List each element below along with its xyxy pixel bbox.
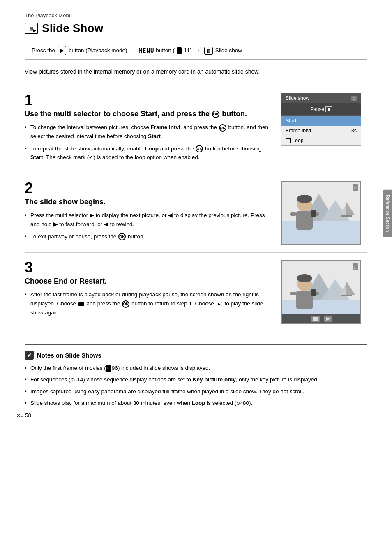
play-icon-inline — [217, 302, 222, 306]
svg-rect-28 — [313, 317, 318, 321]
step2-right: □ — [281, 181, 367, 245]
notes-section: ✔ Notes on Slide Shows Only the first fr… — [25, 344, 367, 408]
arrow2: → — [195, 46, 201, 55]
figure-illustration-step3 — [282, 261, 361, 324]
icon-symbol: ▤ — [29, 26, 33, 31]
step1-bullet2: To repeat the slide show automatically, … — [25, 144, 273, 162]
step3-left: 3 Choose End or Restart. After the last … — [25, 260, 273, 324]
notes-title: ✔ Notes on Slide Shows — [25, 351, 367, 360]
menu-text: MENU — [139, 46, 154, 55]
step1-title: Use the multi selector to choose Start, … — [25, 109, 273, 119]
page-ref-icon: □ — [177, 47, 182, 54]
step2-bullet2: To exit partway or pause, press the OK b… — [25, 232, 273, 241]
menu-item-loop: Loop — [281, 136, 361, 145]
screen3-mode-badge: □ — [353, 263, 358, 270]
note-3: Images captured using easy panorama are … — [25, 387, 367, 396]
svg-point-18 — [297, 274, 312, 282]
step2-title: The slide show begins. — [25, 197, 273, 207]
step3-bullet1: After the last frame is played back or d… — [25, 290, 273, 317]
menu-start-label: Start — [286, 118, 296, 124]
note-2: For sequences (⊙○14) whose sequence disp… — [25, 375, 367, 384]
instruction-box: Press the ▶ button (Playback mode) → MEN… — [25, 42, 367, 60]
panel-pause: Pause ⏸ — [281, 103, 361, 116]
description-text: View pictures stored in the internal mem… — [25, 67, 367, 76]
step3-number: 3 — [25, 260, 273, 275]
step3-title: Choose End or Restart. — [25, 277, 273, 286]
loop-ref: ⊙○ — [236, 401, 243, 406]
page-title: Slide Show — [42, 22, 103, 35]
step3-section: 3 Choose End or Restart. After the last … — [25, 252, 367, 331]
svg-rect-7 — [290, 212, 296, 216]
pause-text: Pause — [310, 106, 324, 112]
footer-icon: ⊙○ — [16, 413, 23, 418]
menu-item-start: Start — [281, 116, 361, 126]
camera-screen-step2: □ — [281, 181, 361, 245]
arrow1: → — [130, 46, 136, 55]
slide-show-label: Slide show — [215, 46, 242, 55]
step2-number: 2 — [25, 181, 273, 196]
svg-rect-1 — [282, 221, 361, 245]
step3-bullets: After the last frame is played back or d… — [25, 290, 273, 317]
note-1: Only the first frame of movies (□96) inc… — [25, 364, 367, 373]
loop-label: Loop — [286, 138, 304, 143]
svg-rect-9 — [311, 210, 316, 217]
step3-right: □ — [281, 260, 367, 324]
svg-rect-23 — [341, 295, 352, 296]
page-container: Reference Section The Playback Menu ▤ Sl… — [0, 0, 392, 427]
step1-bullet1: To change the interval between pictures,… — [25, 123, 273, 141]
seq-ref: ⊙○ — [71, 377, 77, 382]
step1-right: Slide show □ Pause ⏸ Start Frame intvl — [281, 93, 367, 165]
slideshow-icon-small: ▤ — [204, 47, 213, 55]
notes-list: Only the first frame of movies (□96) inc… — [25, 364, 367, 408]
screen-mode-badge: □ — [353, 184, 358, 191]
step2-bullet1: Press the multi selector ▶ to display th… — [25, 211, 273, 228]
notes-icon: ✔ — [25, 351, 34, 360]
menu-item-frameIntvl: Frame intvl 3s — [281, 126, 361, 136]
ok-circle-step1: OK — [212, 111, 219, 118]
loop-checkbox — [286, 138, 291, 143]
svg-rect-6 — [296, 211, 313, 230]
panel-title-text: Slide show — [286, 95, 309, 101]
step2-left: 2 The slide show begins. Press the multi… — [25, 181, 273, 245]
notes-title-text: Notes on Slide Shows — [37, 352, 101, 359]
slideshow-panel: Slide show □ Pause ⏸ Start Frame intvl — [281, 93, 361, 146]
svg-rect-20 — [290, 292, 296, 295]
frame-intvl-label: Frame intvl — [286, 128, 311, 134]
page-footer: ⊙○ 58 — [16, 412, 31, 418]
step2-bullets: Press the multi selector ▶ to display th… — [25, 211, 273, 241]
note-4: Slide shows play for a maximum of about … — [25, 399, 367, 408]
ok-circle-inline1: OK — [219, 124, 226, 132]
svg-rect-22 — [311, 289, 316, 296]
sidebar-tab: Reference Section — [383, 190, 392, 237]
figure-illustration-step2 — [282, 182, 361, 245]
panel-menu: Start Frame intvl 3s Loop — [281, 116, 361, 145]
step1-left: 1 Use the multi selector to choose Start… — [25, 93, 273, 165]
step1-bullets: To change the interval between pictures,… — [25, 123, 273, 162]
slide-show-icon: ▤ — [25, 23, 38, 34]
page-title-container: ▤ Slide Show — [25, 22, 367, 35]
checkmark-symbol: ✔ — [89, 153, 93, 162]
panel-title: Slide show □ — [281, 93, 361, 103]
camera-screen-step3: □ — [281, 260, 361, 324]
ok-circle-inline2: OK — [196, 145, 203, 152]
page-ref-num: 11) — [184, 46, 192, 55]
instruction-prefix: Press the — [32, 46, 55, 55]
ref-96: □ — [106, 365, 111, 372]
ok-circle-step2: OK — [118, 233, 126, 240]
svg-point-5 — [297, 195, 312, 203]
svg-rect-26 — [282, 314, 361, 324]
pause-button: Pause ⏸ — [310, 106, 332, 112]
step1-number: 1 — [25, 93, 273, 108]
screen3-mode-icon: □ — [354, 266, 356, 270]
footer-page-number: 58 — [25, 412, 31, 418]
top-label: The Playback Menu — [25, 12, 367, 18]
pause-icon: ⏸ — [325, 106, 332, 112]
instruction-button: button ( — [156, 46, 175, 55]
screen-mode-icon: □ — [354, 187, 356, 190]
svg-rect-10 — [341, 215, 352, 217]
step2-section: 2 The slide show begins. Press the multi… — [25, 173, 367, 252]
play-button-icon: ▶ — [58, 46, 66, 55]
step1-section: 1 Use the multi selector to choose Start… — [25, 85, 367, 173]
panel-mode-icon: □ — [351, 96, 357, 101]
stop-icon — [78, 302, 84, 306]
